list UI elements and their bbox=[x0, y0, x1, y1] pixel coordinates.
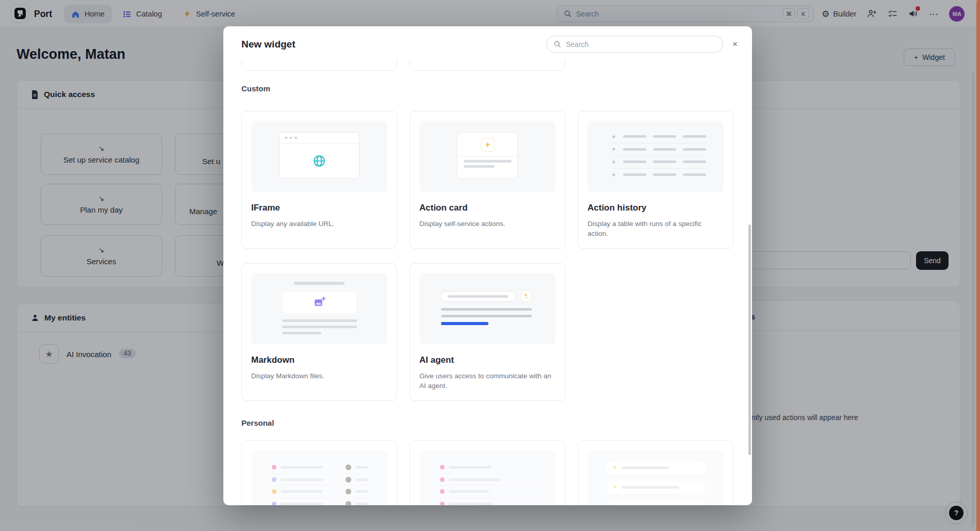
widget-card-ai-agent[interactable]: AI agent Give users access to communicat… bbox=[410, 263, 565, 401]
widget-description: Display self-service actions. bbox=[419, 219, 554, 229]
widget-title: IFrame bbox=[251, 203, 387, 213]
modal-title: New widget bbox=[241, 39, 296, 50]
widget-description: Display a table with runs of a specific … bbox=[587, 219, 723, 238]
globe-icon bbox=[312, 154, 326, 168]
trash-icon bbox=[612, 504, 617, 505]
widget-title: Action card bbox=[419, 203, 556, 213]
widget-search-input[interactable] bbox=[546, 36, 723, 53]
search-icon bbox=[553, 40, 561, 48]
lightning-icon bbox=[611, 159, 616, 165]
blue-progress-bar bbox=[441, 322, 488, 325]
widget-card-personal-2[interactable] bbox=[410, 440, 565, 505]
browser-window-illustration bbox=[279, 132, 360, 179]
widget-card-markdown[interactable]: Markdown Display Markdown files. bbox=[241, 263, 397, 401]
lightning-icon bbox=[612, 465, 617, 470]
personal-thumbnail bbox=[251, 450, 387, 505]
widget-title: AI agent bbox=[419, 355, 556, 365]
new-widget-modal: New widget × Custom bbox=[223, 26, 752, 505]
markdown-thumbnail bbox=[251, 273, 387, 344]
widget-title: Markdown bbox=[251, 355, 387, 365]
iframe-thumbnail bbox=[251, 121, 387, 192]
widget-description: Give users access to communicate with an… bbox=[419, 371, 554, 391]
ai-agent-thumbnail bbox=[419, 273, 556, 344]
personal-thumbnail bbox=[587, 450, 724, 505]
widget-card-personal-3[interactable] bbox=[578, 440, 733, 505]
widget-description: Display Markdown files. bbox=[251, 371, 386, 381]
action-card-thumbnail bbox=[419, 121, 556, 192]
window-edge-strip bbox=[976, 0, 980, 531]
personal-thumbnail bbox=[419, 450, 556, 505]
widget-title: Action history bbox=[587, 203, 724, 213]
lightning-icon bbox=[612, 485, 617, 490]
section-label-custom: Custom bbox=[241, 84, 270, 93]
widget-card-partial[interactable] bbox=[410, 59, 565, 71]
widget-card-action-history[interactable]: Action history Display a table with runs… bbox=[578, 111, 733, 249]
widget-card-action-card[interactable]: Action card Display self-service actions… bbox=[410, 111, 565, 249]
widget-description: Display any available URL. bbox=[251, 219, 386, 229]
widget-card-personal-1[interactable] bbox=[241, 440, 397, 505]
widget-card-iframe[interactable]: IFrame Display any available URL. bbox=[241, 111, 397, 249]
lightning-icon bbox=[611, 147, 616, 152]
modal-scrollbar[interactable] bbox=[748, 224, 751, 455]
lightning-icon bbox=[611, 134, 616, 139]
widget-card-partial[interactable] bbox=[241, 59, 397, 71]
section-label-personal: Personal bbox=[241, 419, 274, 427]
lightning-icon bbox=[611, 172, 616, 178]
image-plus-icon bbox=[313, 296, 326, 309]
sparkles-icon bbox=[522, 293, 530, 300]
close-icon[interactable]: × bbox=[730, 40, 740, 49]
lightning-icon bbox=[484, 141, 491, 148]
action-history-thumbnail bbox=[587, 121, 724, 192]
